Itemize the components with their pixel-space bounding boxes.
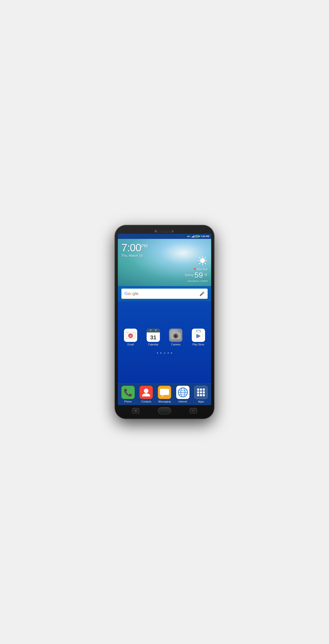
search-area: Google 🎤 [118,286,211,301]
messaging-label: Messaging [158,400,171,403]
page-dot-1 [157,352,158,354]
apps-row-1: @ Email 31 [119,329,210,346]
apps-dot-6 [203,391,205,393]
svg-text:31: 31 [150,334,156,341]
signal-bar-4 [194,235,194,238]
app-email[interactable]: @ Email [121,329,140,346]
app-camera[interactable]: Camera [167,329,185,346]
svg-rect-41 [160,389,169,395]
svg-line-6 [205,263,206,264]
signal-bar-2 [192,236,193,238]
signal-strength [192,235,194,238]
playstore-icon [192,329,205,342]
page-dot-3 [168,352,169,354]
svg-text:@: @ [129,334,132,337]
clock-time: 7:00PM [121,242,148,253]
svg-rect-15 [147,332,160,332]
back-icon: ↩ [192,409,194,412]
email-label: Email [128,343,134,346]
apps-label: Apps [198,400,204,403]
home-button[interactable] [158,407,171,414]
phone-screen: 4G↕ 7:00 PM [118,234,211,405]
svg-rect-16 [150,329,151,331]
status-clock: 7:00 PM [200,235,209,238]
phone-icon: 📞 [121,386,135,399]
app-calendar[interactable]: 31 Calendar [144,329,162,346]
apps-dot-4 [197,391,199,393]
google-search-bar[interactable]: Google 🎤 [121,289,208,299]
internet-label: Internet [179,400,187,403]
weather-timestamp: 03/14/2013 7:00PM [185,280,208,282]
clock-display: 7:00PM Thu, March 14 [121,242,148,257]
back-button[interactable]: ↩ [190,408,197,414]
apps-icon [194,386,208,399]
svg-point-39 [144,389,148,393]
sun-icon [185,255,208,267]
messaging-icon [158,386,171,399]
apps-dot-8 [200,394,202,396]
apps-dot-5 [200,391,202,393]
battery-icon [195,235,200,237]
speaker-grille [157,230,172,232]
apps-dot-1 [197,389,199,391]
camera-icon [169,329,182,342]
dock-internet[interactable]: Internet [174,386,192,403]
playstore-label: Play Store [193,343,204,346]
svg-rect-27 [179,334,180,334]
app-dock: 📞 Phone Contacts [118,383,211,405]
dock-phone[interactable]: 📞 Phone [119,386,137,403]
front-camera [200,230,201,232]
contacts-label: Contacts [141,400,151,403]
google-logo-text: Google [124,291,199,296]
apps-dot-9 [203,394,205,396]
hardware-buttons: ☰ ↩ [118,405,211,416]
dock-apps[interactable]: Apps [192,386,210,403]
network-indicator: 4G↕ [187,235,191,238]
calendar-label: Calendar [148,343,158,346]
contacts-icon [140,386,153,399]
app-playstore[interactable]: Play Store [189,329,208,346]
weather-info: 📍 New York Sunny 59°F 03/14/2013 7:00PM [185,255,208,282]
svg-rect-17 [155,329,156,331]
menu-button[interactable]: ☰ [132,408,139,414]
page-dot-4 [171,352,172,354]
weather-widget: 7:00PM Thu, March 14 [118,239,211,286]
svg-line-7 [205,257,206,258]
svg-line-8 [199,263,200,264]
sensor [196,230,197,231]
apps-dot-3 [203,389,205,391]
phone-device: SAMSUNG 4G↕ 7:00 PM [115,225,214,419]
mic-icon[interactable]: 🎤 [199,291,205,296]
status-bar: 4G↕ 7:00 PM [118,234,211,239]
svg-point-26 [176,335,177,336]
home-screen-apps: @ Email 31 [118,301,211,383]
weather-temp-row: Sunny 59°F [185,271,208,279]
svg-text:📞: 📞 [123,388,132,397]
internet-icon [176,386,189,399]
apps-dot-7 [197,394,199,396]
clock-date: Thu, March 14 [121,254,148,257]
dock-contacts[interactable]: Contacts [137,386,156,403]
signal-bar-3 [193,236,194,238]
page-dot-2 [160,352,161,354]
page-indicators: ⌂ [157,350,172,356]
calendar-icon: 31 [147,329,160,342]
weather-location: 📍 New York [185,268,208,271]
phone-label: Phone [124,400,132,403]
svg-line-5 [199,257,200,258]
svg-point-0 [200,258,205,263]
email-icon: @ [124,329,137,342]
apps-dot-2 [200,389,202,391]
dock-messaging[interactable]: Messaging [155,386,174,403]
phone-top-hardware: SAMSUNG [118,228,211,234]
apps-grid-dots [197,389,205,396]
signal-bar-1 [192,237,192,238]
camera-label: Camera [171,343,180,346]
page-home-indicator: ⌂ [163,351,165,355]
menu-icon: ☰ [135,409,137,412]
